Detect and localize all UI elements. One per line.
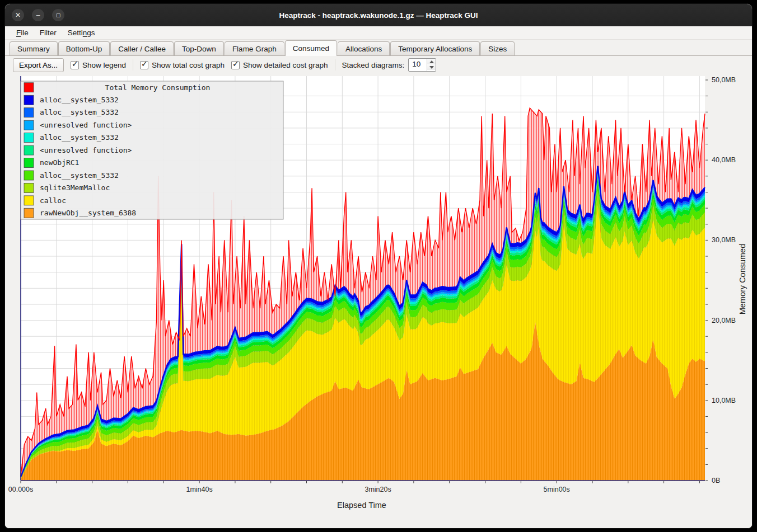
close-button[interactable]: ✕ xyxy=(12,9,24,21)
minimize-button[interactable]: – xyxy=(32,9,44,21)
legend-label: alloc__system_5332 xyxy=(40,171,119,180)
x-tick-label: 1min40s xyxy=(186,486,212,493)
legend-label: alloc__system_5332 xyxy=(40,133,119,142)
tab-temporary-allocations[interactable]: Temporary Allocations xyxy=(390,41,480,56)
maximize-icon: ▢ xyxy=(56,13,61,18)
chart-legend: Total Memory Consumptionalloc__system_53… xyxy=(21,81,283,219)
window-controls: ✕ – ▢ xyxy=(12,9,64,21)
stacked-diagrams-control: Stacked diagrams: 10 xyxy=(342,58,437,72)
tab-flame-graph[interactable]: Flame Graph xyxy=(225,41,284,56)
tab-bottom-up[interactable]: Bottom-Up xyxy=(58,41,110,56)
y-axis-title: Memory Consumed xyxy=(738,244,747,315)
minimize-icon: – xyxy=(36,12,40,18)
x-axis-title: Elapsed Time xyxy=(337,501,386,510)
legend-swatch xyxy=(24,208,34,218)
legend-swatch xyxy=(24,145,34,155)
legend-swatch xyxy=(24,83,34,92)
x-tick-label: 00.000s xyxy=(8,486,33,493)
legend-swatch xyxy=(24,171,34,180)
memory-consumption-chart[interactable]: 00.000s1min40s3min20s5min00s0B10,0MB20,0… xyxy=(5,74,753,529)
legend-label: alloc__system_5332 xyxy=(40,108,119,116)
tab-caller-callee[interactable]: Caller / Callee xyxy=(110,41,174,56)
y-tick-label: 20,0MB xyxy=(712,317,736,324)
legend-swatch xyxy=(24,108,34,117)
y-tick-label: 50,0MB xyxy=(712,76,736,84)
x-tick-labels: 00.000s1min40s3min20s5min00s xyxy=(8,486,570,493)
legend-label: calloc xyxy=(40,196,66,205)
legend-label: Total Memory Consumption xyxy=(105,83,211,92)
legend-swatch xyxy=(24,183,34,192)
show-legend-checkbox[interactable]: ✓ Show legend xyxy=(71,61,126,69)
legend-swatch xyxy=(24,158,34,168)
checkbox-box: ✓ xyxy=(71,61,79,69)
spinner-down-icon[interactable] xyxy=(427,64,436,70)
checkbox-box: ✓ xyxy=(140,61,148,69)
toolbar: Export As... ✓ Show legend ✓ Show total … xyxy=(5,56,752,74)
menu-settings[interactable]: Settings xyxy=(62,27,101,38)
close-icon: ✕ xyxy=(15,12,21,18)
legend-label: rawNewObj__system_6388 xyxy=(40,209,136,217)
show-total-cost-checkbox[interactable]: ✓ Show total cost graph xyxy=(140,61,225,69)
legend-label: <unresolved function> xyxy=(40,121,132,129)
desktop: { "window": { "title": "Heaptrack - heap… xyxy=(0,0,757,532)
y-tick-label: 40,0MB xyxy=(712,156,736,164)
stacked-diagrams-spinbox[interactable]: 10 xyxy=(408,58,436,72)
menu-filter[interactable]: Filter xyxy=(34,27,62,38)
tab-top-down[interactable]: Top-Down xyxy=(174,41,224,56)
legend-swatch xyxy=(24,120,34,130)
check-icon: ✓ xyxy=(141,59,148,68)
checkbox-label: Show total cost graph xyxy=(152,61,225,69)
stacked-diagrams-label: Stacked diagrams: xyxy=(342,61,405,69)
legend-swatch xyxy=(24,196,34,205)
checkbox-label: Show detailed cost graph xyxy=(243,61,328,69)
tab-summary[interactable]: Summary xyxy=(10,41,58,56)
show-detailed-cost-checkbox[interactable]: ✓ Show detailed cost graph xyxy=(231,61,328,69)
tab-consumed[interactable]: Consumed xyxy=(285,40,337,56)
legend-swatch xyxy=(24,133,34,143)
x-tick-label: 5min00s xyxy=(544,486,570,493)
toolbar-separator xyxy=(335,59,335,70)
legend-label: alloc__system_5332 xyxy=(40,96,119,104)
legend-label: <unresolved function> xyxy=(40,146,132,154)
chart-area: 00.000s1min40s3min20s5min00s0B10,0MB20,0… xyxy=(5,74,752,529)
legend-label: sqlite3MemMalloc xyxy=(40,183,110,192)
y-tick-label: 10,0MB xyxy=(712,397,736,404)
spinner-up-icon[interactable] xyxy=(427,59,436,64)
app-window: ✕ – ▢ Heaptrack - heaptrack.wakunode.1.g… xyxy=(4,3,753,529)
menubar: File Filter Settings xyxy=(5,26,752,40)
window-title: Heaptrack - heaptrack.wakunode.1.gz — He… xyxy=(5,11,752,20)
tabbar: Summary Bottom-Up Caller / Callee Top-Do… xyxy=(5,40,752,56)
legend-label: newObjRC1 xyxy=(40,158,79,167)
legend-swatch xyxy=(24,95,34,105)
checkbox-label: Show legend xyxy=(82,61,126,69)
y-tick-label: 30,0MB xyxy=(712,236,736,244)
y-tick-labels: 0B10,0MB20,0MB30,0MB40,0MB50,0MB xyxy=(712,76,736,484)
x-tick-label: 3min20s xyxy=(365,486,391,493)
stacked-diagrams-value[interactable]: 10 xyxy=(409,59,427,71)
y-tick-label: 0B xyxy=(712,477,720,484)
titlebar: ✕ – ▢ Heaptrack - heaptrack.wakunode.1.g… xyxy=(5,4,752,26)
maximize-button[interactable]: ▢ xyxy=(52,9,64,21)
tab-sizes[interactable]: Sizes xyxy=(480,41,515,56)
toolbar-separator xyxy=(133,59,133,70)
spinner-buttons xyxy=(427,59,436,71)
check-icon: ✓ xyxy=(232,59,239,68)
checkbox-box: ✓ xyxy=(231,61,240,69)
check-icon: ✓ xyxy=(72,59,78,68)
tab-allocations[interactable]: Allocations xyxy=(338,41,390,56)
export-as-button[interactable]: Export As... xyxy=(13,58,64,72)
menu-file[interactable]: File xyxy=(11,27,34,38)
